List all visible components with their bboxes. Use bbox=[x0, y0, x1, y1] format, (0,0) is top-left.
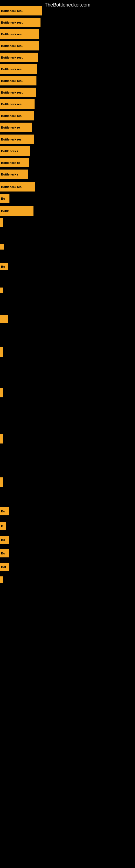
bottleneck-bar-4: Bottleneck resu bbox=[0, 53, 38, 62]
bar-item: Bo bbox=[0, 536, 9, 544]
bar-item bbox=[0, 577, 3, 583]
bar-item: Bottleneck res bbox=[0, 134, 34, 144]
bar-item: Bottleneck resu bbox=[0, 18, 41, 27]
bar-item: Bo bbox=[0, 549, 9, 557]
bottleneck-bar-31: Bot bbox=[0, 563, 9, 571]
bottleneck-bar-14: Bottleneck r bbox=[0, 169, 28, 179]
bar-item: Bot bbox=[0, 563, 9, 571]
bottleneck-bar-11: Bottleneck res bbox=[0, 134, 34, 144]
bottleneck-bar-8: Bottleneck res bbox=[0, 99, 35, 109]
bottleneck-bar-21 bbox=[0, 287, 3, 293]
bottleneck-bar-17: Bottle bbox=[0, 206, 34, 216]
bottleneck-bar-1: Bottleneck resu bbox=[0, 18, 41, 27]
bottleneck-bar-0: Bottleneck resu bbox=[0, 6, 42, 16]
bottleneck-bar-29: Bo bbox=[0, 536, 9, 544]
bottleneck-bar-27: Bo bbox=[0, 507, 9, 516]
bottleneck-bar-5: Bottleneck res bbox=[0, 64, 37, 74]
bottleneck-bar-22 bbox=[0, 315, 8, 323]
bottleneck-bar-32 bbox=[0, 577, 3, 583]
bar-item: Bottleneck res bbox=[0, 182, 35, 191]
bar-item: Bottleneck resu bbox=[0, 29, 39, 39]
bottleneck-bar-13: Bottleneck re bbox=[0, 158, 29, 167]
bottleneck-bar-25 bbox=[0, 434, 3, 443]
bottleneck-bar-16: Bo bbox=[0, 194, 9, 203]
bottleneck-bar-19 bbox=[0, 244, 4, 250]
bar-item: Bottleneck res bbox=[0, 111, 34, 120]
bottleneck-bar-2: Bottleneck resu bbox=[0, 29, 39, 39]
bar-item: Bo bbox=[0, 263, 8, 270]
bar-item: Bottleneck res bbox=[0, 64, 37, 74]
bottleneck-bar-26 bbox=[0, 477, 3, 487]
bar-item bbox=[0, 315, 8, 323]
bar-item: Bottleneck r bbox=[0, 146, 30, 156]
bar-item: B bbox=[0, 522, 6, 530]
bottleneck-bar-28: B bbox=[0, 522, 6, 530]
bar-item bbox=[0, 218, 3, 227]
bottleneck-bar-24 bbox=[0, 388, 3, 397]
bottleneck-bar-23 bbox=[0, 347, 3, 357]
bar-item: Bottleneck resu bbox=[0, 53, 38, 62]
bar-item: Bottleneck resu bbox=[0, 88, 36, 97]
bar-item: Bottleneck r bbox=[0, 169, 28, 179]
bottleneck-bar-15: Bottleneck res bbox=[0, 182, 35, 191]
bottleneck-bar-12: Bottleneck r bbox=[0, 146, 30, 156]
bar-item: Bottleneck res bbox=[0, 99, 35, 109]
bottleneck-bar-7: Bottleneck resu bbox=[0, 88, 36, 97]
bar-item: Bo bbox=[0, 194, 9, 203]
bar-item bbox=[0, 287, 3, 293]
bar-item bbox=[0, 347, 3, 357]
bottleneck-bar-30: Bo bbox=[0, 549, 9, 557]
bar-item: Bottleneck re bbox=[0, 158, 29, 167]
bottleneck-bar-20: Bo bbox=[0, 263, 8, 270]
bottleneck-bar-10: Bottleneck re bbox=[0, 123, 32, 132]
bar-item: Bottle bbox=[0, 206, 34, 216]
bottleneck-bar-6: Bottleneck resu bbox=[0, 76, 37, 86]
bottleneck-bar-18 bbox=[0, 218, 3, 227]
bar-item: Bottleneck resu bbox=[0, 41, 39, 51]
bar-item: Bottleneck resu bbox=[0, 76, 37, 86]
bottleneck-bar-3: Bottleneck resu bbox=[0, 41, 39, 51]
bar-item: Bottleneck re bbox=[0, 123, 32, 132]
bar-item: Bo bbox=[0, 507, 9, 516]
bar-item bbox=[0, 477, 3, 487]
bottleneck-bar-9: Bottleneck res bbox=[0, 111, 34, 120]
bar-item: Bottleneck resu bbox=[0, 6, 42, 16]
bar-item bbox=[0, 244, 4, 250]
bar-item bbox=[0, 434, 3, 443]
bar-item bbox=[0, 388, 3, 397]
